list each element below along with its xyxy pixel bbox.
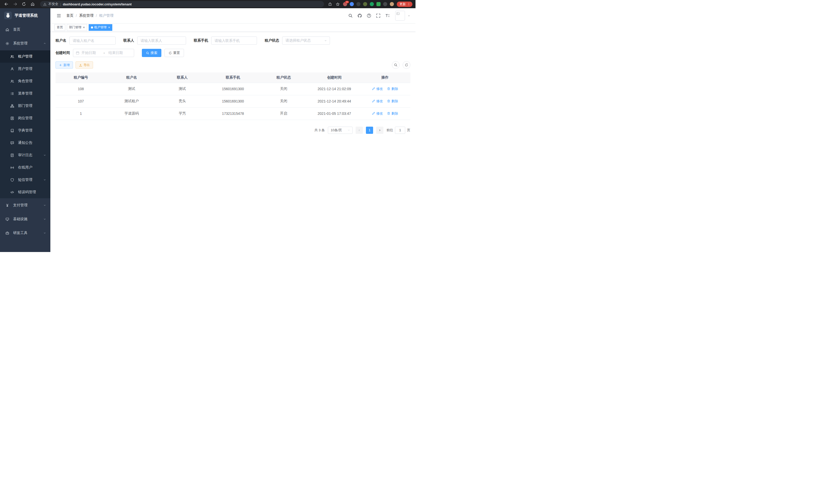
extension-icon[interactable] [350, 2, 354, 6]
search-icon[interactable] [346, 13, 355, 18]
refresh-table-button[interactable] [403, 61, 410, 69]
question-icon[interactable] [364, 13, 374, 18]
mobile-input[interactable] [211, 36, 257, 45]
breadcrumb-item: 租户管理 [99, 13, 114, 18]
tags-view: 首页部门管理×租户管理× [50, 23, 416, 32]
contact-input[interactable] [137, 36, 186, 45]
sidebar-item-dept[interactable]: 部门管理 [0, 100, 50, 112]
create-time-group: 创建时间 开始日期 - 结束日期 [56, 49, 134, 57]
forward-icon[interactable] [11, 2, 19, 6]
tab-close-icon[interactable]: × [83, 26, 85, 29]
create-time-range-picker[interactable]: 开始日期 - 结束日期 [73, 49, 134, 57]
page-size-value: 10条/页 [331, 128, 342, 132]
tab-首页[interactable]: 首页 [55, 24, 65, 31]
breadcrumb-item[interactable]: 首页 [66, 13, 74, 18]
tenant-name-group: 租户名 [56, 36, 116, 45]
tenant-name-input[interactable] [69, 36, 116, 45]
extension-icon[interactable] [370, 2, 374, 6]
sidebar-menu: 首页系统管理租户管理用户管理角色管理菜单管理部门管理岗位管理字典管理通知公告审计… [0, 23, 50, 240]
share-icon[interactable] [327, 2, 333, 6]
sidebar-item-system[interactable]: 系统管理 [0, 36, 50, 50]
delete-link[interactable]: 删除 [387, 99, 398, 103]
sidebar-item-audit[interactable]: 审计日志 [0, 149, 50, 161]
sidebar-item-notice[interactable]: 通知公告 [0, 137, 50, 149]
error-code-icon [10, 190, 15, 194]
fullscreen-icon[interactable] [374, 13, 383, 18]
status-group: 租户状态 请选择租户状态 [265, 36, 330, 45]
gear-icon [5, 41, 10, 46]
column-header: 操作 [360, 72, 410, 83]
sidebar-item-home[interactable]: 首页 [0, 23, 50, 36]
back-icon[interactable] [3, 2, 10, 6]
delete-link[interactable]: 删除 [387, 111, 398, 116]
tab-部门管理[interactable]: 部门管理× [67, 24, 87, 31]
search-button[interactable]: 搜索 [142, 49, 161, 57]
sidebar-item-sms[interactable]: 短信管理 [0, 174, 50, 186]
cell-status: 关闭 [258, 83, 309, 95]
edit-link[interactable]: 修改 [372, 87, 383, 91]
cell-mobile: 17321315478 [208, 108, 258, 120]
avatar[interactable] [395, 11, 405, 21]
sidebar-item-online[interactable]: 在线用户 [0, 161, 50, 174]
add-button[interactable]: 新增 [56, 61, 73, 68]
browser-toolbar-right: 10 更新 [327, 2, 413, 7]
sidebar-item-tenant[interactable]: 租户管理 [0, 50, 50, 63]
sidebar-item-label: 基础设施 [13, 217, 28, 221]
sidebar: 芋道管理系统 首页系统管理租户管理用户管理角色管理菜单管理部门管理岗位管理字典管… [0, 8, 50, 252]
goto-page-input[interactable] [395, 127, 405, 134]
tab-close-icon[interactable]: × [108, 26, 110, 29]
sidebar-item-label: 审计日志 [18, 153, 32, 157]
chevron-down-icon[interactable] [406, 14, 411, 17]
sidebar-item-dict[interactable]: 字典管理 [0, 124, 50, 137]
reset-button[interactable]: 重置 [165, 49, 184, 57]
tenant-status-select[interactable]: 请选择租户状态 [282, 36, 330, 45]
mobile-group: 联系手机 [194, 36, 257, 45]
cell-id: 108 [56, 83, 106, 95]
page-size-select[interactable]: 10条/页 [328, 127, 352, 134]
sidebar-item-menu[interactable]: 菜单管理 [0, 87, 50, 100]
tab-租户管理[interactable]: 租户管理× [89, 24, 112, 31]
sidebar-item-errcode[interactable]: 错误码管理 [0, 186, 50, 198]
refresh-icon [405, 63, 408, 67]
sidebar-item-user[interactable]: 用户管理 [0, 63, 50, 75]
sidebar-item-pay[interactable]: 支付管理 [0, 198, 50, 212]
sidebar-item-label: 在线用户 [18, 165, 32, 170]
cell-name: 芋道源码 [106, 108, 157, 120]
browser-update-button[interactable]: 更新 [397, 2, 412, 7]
sidebar-item-devtools[interactable]: 研发工具 [0, 226, 50, 240]
extension-icon[interactable]: 10 [343, 2, 347, 6]
chevron-up-icon [43, 42, 46, 45]
address-bar[interactable]: 不安全 | dashboard.yudao.iocoder.cn/system/… [40, 1, 324, 7]
sidebar-item-infra[interactable]: 基础设施 [0, 212, 50, 226]
github-icon[interactable] [355, 13, 364, 18]
prev-page-button[interactable] [355, 127, 363, 134]
notice-icon [10, 141, 15, 145]
edit-link[interactable]: 修改 [372, 111, 383, 116]
browser-home-icon[interactable] [29, 2, 36, 6]
extension-icon[interactable] [363, 2, 367, 6]
bookmark-star-icon[interactable] [335, 2, 340, 6]
cell-contact: 测试 [157, 83, 208, 95]
sidebar-item-label: 支付管理 [13, 203, 28, 208]
sidebar-item-post[interactable]: 岗位管理 [0, 112, 50, 124]
edit-link[interactable]: 修改 [372, 99, 383, 103]
next-page-button[interactable] [376, 127, 383, 134]
delete-link[interactable]: 删除 [387, 87, 398, 91]
cell-name: 测试 [106, 83, 157, 95]
reload-icon[interactable] [20, 2, 28, 6]
extension-icon[interactable] [376, 2, 380, 6]
extension-icon[interactable] [390, 2, 394, 6]
search-icon [146, 51, 149, 55]
font-size-icon[interactable] [383, 13, 392, 18]
hamburger-icon[interactable] [55, 13, 63, 18]
breadcrumb-separator: / [96, 13, 97, 18]
edit-icon [372, 87, 375, 90]
chevron-down-icon [43, 204, 46, 207]
breadcrumb-item[interactable]: 系统管理 [79, 13, 93, 18]
sidebar-item-role[interactable]: 角色管理 [0, 75, 50, 87]
extension-icon[interactable] [383, 2, 387, 6]
extension-icon[interactable] [356, 2, 361, 6]
toggle-search-button[interactable] [392, 61, 400, 69]
page-number-button[interactable]: 1 [366, 127, 373, 134]
export-button[interactable]: 导出 [76, 61, 93, 68]
